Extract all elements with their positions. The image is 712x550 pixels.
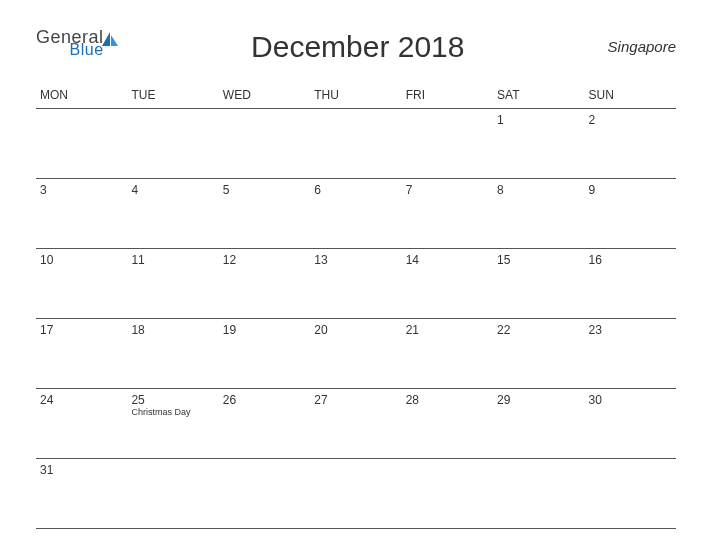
calendar-day: 26 [219, 389, 310, 459]
calendar-day [402, 109, 493, 179]
calendar-day: 23 [585, 319, 676, 389]
dow-sat: SAT [493, 82, 584, 109]
calendar-day [402, 459, 493, 529]
calendar-day: 20 [310, 319, 401, 389]
sail-icon [100, 30, 120, 53]
calendar-week: 3456789 [36, 179, 676, 249]
day-number: 22 [497, 323, 580, 337]
calendar-day: 10 [36, 249, 127, 319]
calendar-title: December 2018 [120, 30, 596, 64]
day-number: 25 [131, 393, 214, 407]
dow-thu: THU [310, 82, 401, 109]
calendar-week: 2425Christmas Day2627282930 [36, 389, 676, 459]
brand-logo-text: General Blue [36, 28, 104, 58]
day-number: 26 [223, 393, 306, 407]
calendar-day [585, 459, 676, 529]
day-number: 12 [223, 253, 306, 267]
day-number: 30 [589, 393, 672, 407]
calendar-week: 17181920212223 [36, 319, 676, 389]
calendar-day: 21 [402, 319, 493, 389]
day-number: 17 [40, 323, 123, 337]
day-number: 1 [497, 113, 580, 127]
calendar-day: 18 [127, 319, 218, 389]
day-number: 18 [131, 323, 214, 337]
day-number: 13 [314, 253, 397, 267]
calendar-day: 1 [493, 109, 584, 179]
day-number: 29 [497, 393, 580, 407]
calendar-day [36, 109, 127, 179]
day-number: 6 [314, 183, 397, 197]
calendar-week: 12 [36, 109, 676, 179]
calendar-day [219, 109, 310, 179]
calendar-day [219, 459, 310, 529]
calendar-day: 29 [493, 389, 584, 459]
calendar-day [127, 459, 218, 529]
day-number: 20 [314, 323, 397, 337]
dow-sun: SUN [585, 82, 676, 109]
calendar-day: 31 [36, 459, 127, 529]
day-number: 15 [497, 253, 580, 267]
calendar-day: 17 [36, 319, 127, 389]
day-number: 27 [314, 393, 397, 407]
day-number: 9 [589, 183, 672, 197]
day-number: 14 [406, 253, 489, 267]
calendar-day: 30 [585, 389, 676, 459]
dow-fri: FRI [402, 82, 493, 109]
calendar-day: 16 [585, 249, 676, 319]
day-number: 31 [40, 463, 123, 477]
day-number: 8 [497, 183, 580, 197]
day-number: 24 [40, 393, 123, 407]
calendar-day: 28 [402, 389, 493, 459]
dow-mon: MON [36, 82, 127, 109]
day-number: 2 [589, 113, 672, 127]
calendar-day: 7 [402, 179, 493, 249]
day-event: Christmas Day [131, 408, 214, 418]
calendar-day: 24 [36, 389, 127, 459]
calendar-day: 9 [585, 179, 676, 249]
calendar-day: 25Christmas Day [127, 389, 218, 459]
day-number: 4 [131, 183, 214, 197]
calendar-grid: MON TUE WED THU FRI SAT SUN 123456789101… [36, 82, 676, 529]
calendar-day [310, 109, 401, 179]
day-number: 10 [40, 253, 123, 267]
calendar-day: 27 [310, 389, 401, 459]
calendar-day: 13 [310, 249, 401, 319]
calendar-day: 15 [493, 249, 584, 319]
calendar-day: 6 [310, 179, 401, 249]
calendar-day: 11 [127, 249, 218, 319]
day-of-week-row: MON TUE WED THU FRI SAT SUN [36, 82, 676, 109]
day-number: 5 [223, 183, 306, 197]
day-number: 23 [589, 323, 672, 337]
calendar-week: 10111213141516 [36, 249, 676, 319]
calendar-day: 14 [402, 249, 493, 319]
calendar-week: 31 [36, 459, 676, 529]
logo-line-2: Blue [70, 42, 104, 58]
calendar-day: 5 [219, 179, 310, 249]
calendar-day [127, 109, 218, 179]
calendar-day: 19 [219, 319, 310, 389]
calendar-day [310, 459, 401, 529]
day-number: 16 [589, 253, 672, 267]
calendar-day: 4 [127, 179, 218, 249]
calendar-header: General Blue December 2018 Singapore [36, 28, 676, 64]
calendar-day [493, 459, 584, 529]
brand-logo: General Blue [36, 28, 120, 58]
calendar-day: 8 [493, 179, 584, 249]
dow-tue: TUE [127, 82, 218, 109]
dow-wed: WED [219, 82, 310, 109]
day-number: 28 [406, 393, 489, 407]
region-label: Singapore [596, 38, 676, 55]
calendar-day: 22 [493, 319, 584, 389]
day-number: 3 [40, 183, 123, 197]
calendar-day: 2 [585, 109, 676, 179]
day-number: 11 [131, 253, 214, 267]
calendar-day: 3 [36, 179, 127, 249]
day-number: 7 [406, 183, 489, 197]
day-number: 19 [223, 323, 306, 337]
day-number: 21 [406, 323, 489, 337]
calendar-day: 12 [219, 249, 310, 319]
